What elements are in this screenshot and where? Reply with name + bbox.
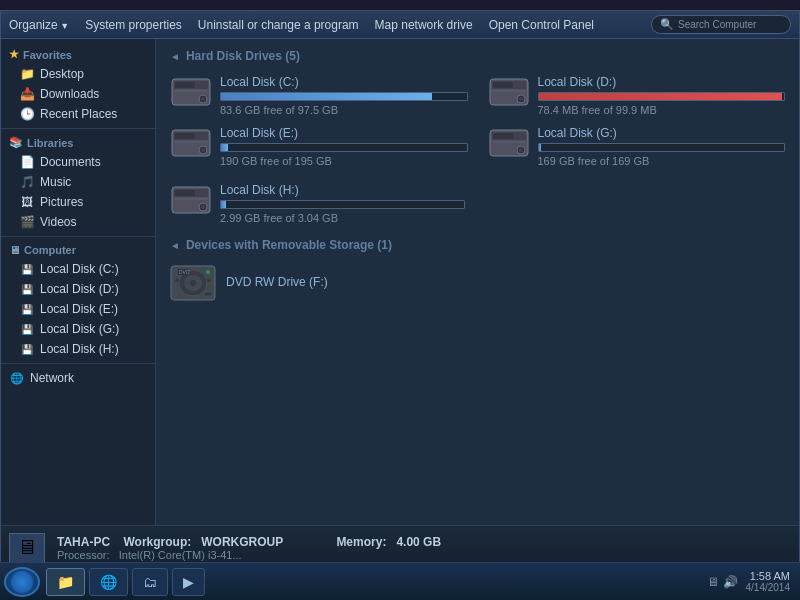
main-area: ★ Favorites 📁 Desktop 📥 Downloads 🕒 Rece… xyxy=(1,39,799,525)
hard-disk-header: Hard Disk Drives (5) xyxy=(170,49,785,63)
drive-h-progress-bg xyxy=(220,200,465,209)
disk-e-icon: 💾 xyxy=(19,302,35,316)
sidebar: ★ Favorites 📁 Desktop 📥 Downloads 🕒 Rece… xyxy=(1,39,156,525)
drive-d-progress-fill xyxy=(539,93,782,100)
removable-section: Devices with Removable Storage (1) xyxy=(170,238,785,302)
svg-point-21 xyxy=(519,148,523,152)
svg-rect-28 xyxy=(175,190,195,196)
speaker-tray-icon: 🔊 xyxy=(723,575,738,589)
drive-d-space: 78.4 MB free of 99.9 MB xyxy=(538,104,786,116)
music-icon: 🎵 xyxy=(19,175,35,189)
organize-button[interactable]: Organize xyxy=(9,18,69,32)
svg-point-37 xyxy=(206,270,210,274)
system-tray: 🖥 🔊 xyxy=(707,575,738,589)
start-button-inner xyxy=(11,571,33,593)
recent-icon: 🕒 xyxy=(19,107,35,121)
sidebar-item-recent-places[interactable]: 🕒 Recent Places xyxy=(1,104,155,124)
toolbar: Organize System properties Uninstall or … xyxy=(1,11,799,39)
drive-h-progress-fill xyxy=(221,201,226,208)
media-taskbar-icon: ▶ xyxy=(183,574,194,590)
svg-text:DVD: DVD xyxy=(179,269,190,275)
sidebar-item-g[interactable]: 💾 Local Disk (G:) xyxy=(1,319,155,339)
drive-g-name: Local Disk (G:) xyxy=(538,126,786,140)
system-properties-button[interactable]: System properties xyxy=(85,18,182,32)
search-icon: 🔍 xyxy=(660,18,674,31)
disk-d-icon: 💾 xyxy=(19,282,35,296)
disk-c-icon: 💾 xyxy=(19,262,35,276)
removable-header: Devices with Removable Storage (1) xyxy=(170,238,785,252)
sidebar-item-network[interactable]: 🌐 Network xyxy=(1,368,155,388)
sidebar-item-desktop[interactable]: 📁 Desktop xyxy=(1,64,155,84)
hdd-g-icon xyxy=(488,126,530,160)
network-icon: 🌐 xyxy=(9,371,25,385)
open-control-panel-button[interactable]: Open Control Panel xyxy=(489,18,594,32)
drive-h[interactable]: Local Disk (H:) 2.99 GB free of 3.04 GB xyxy=(170,183,465,224)
sidebar-item-downloads[interactable]: 📥 Downloads xyxy=(1,84,155,104)
drive-g-info: Local Disk (G:) 169 GB free of 169 GB xyxy=(538,126,786,167)
drive-g-space: 169 GB free of 169 GB xyxy=(538,155,786,167)
content-pane: Hard Disk Drives (5) Local Disk (C:) xyxy=(156,39,799,525)
taskbar-right: 🖥 🔊 1:58 AM 4/14/2014 xyxy=(707,570,797,593)
sidebar-item-c[interactable]: 💾 Local Disk (C:) xyxy=(1,259,155,279)
drive-g[interactable]: Local Disk (G:) 169 GB free of 169 GB xyxy=(488,126,786,167)
dvd-info: DVD RW Drive (F:) xyxy=(226,275,785,292)
star-icon: ★ xyxy=(9,48,19,61)
taskbar-app-explorer[interactable]: 📁 xyxy=(46,568,85,596)
sidebar-item-pictures[interactable]: 🖼 Pictures xyxy=(1,192,155,212)
sidebar-item-e[interactable]: 💾 Local Disk (E:) xyxy=(1,299,155,319)
taskbar-app-folder[interactable]: 🗂 xyxy=(132,568,168,596)
sidebar-item-videos[interactable]: 🎬 Videos xyxy=(1,212,155,232)
uninstall-button[interactable]: Uninstall or change a program xyxy=(198,18,359,32)
drive-d-info: Local Disk (D:) 78.4 MB free of 99.9 MB xyxy=(538,75,786,116)
video-icon: 🎬 xyxy=(19,215,35,229)
explorer-window: Organize System properties Uninstall or … xyxy=(0,10,800,570)
drive-c-progress-bg xyxy=(220,92,468,101)
sidebar-item-documents[interactable]: 📄 Documents xyxy=(1,152,155,172)
drive-c-progress-fill xyxy=(221,93,432,100)
clock-date: 4/14/2014 xyxy=(746,582,791,593)
svg-point-3 xyxy=(201,97,205,101)
taskbar-app-media[interactable]: ▶ xyxy=(172,568,205,596)
dvd-drive[interactable]: DVD DVD RW Drive (F:) xyxy=(170,264,785,302)
taskbar-app-ie[interactable]: 🌐 xyxy=(89,568,128,596)
search-box[interactable]: 🔍 Search Computer xyxy=(651,15,791,34)
libraries-header: 📚 Libraries xyxy=(1,133,155,152)
divider-2 xyxy=(1,236,155,237)
svg-point-9 xyxy=(519,97,523,101)
divider-3 xyxy=(1,363,155,364)
sidebar-item-music[interactable]: 🎵 Music xyxy=(1,172,155,192)
disk-g-icon: 💾 xyxy=(19,322,35,336)
statusbar-pcname: TAHA-PC Workgroup: WORKGROUP Memory: 4.0… xyxy=(57,535,791,549)
doc-icon: 📄 xyxy=(19,155,35,169)
statusbar-workgroup-label: Workgroup: xyxy=(123,535,191,549)
drive-h-info: Local Disk (H:) 2.99 GB free of 3.04 GB xyxy=(220,183,465,224)
svg-rect-10 xyxy=(493,82,513,88)
svg-point-27 xyxy=(201,205,205,209)
favorites-header: ★ Favorites xyxy=(1,45,155,64)
divider-1 xyxy=(1,128,155,129)
drive-c-info: Local Disk (C:) 83.6 GB free of 97.5 GB xyxy=(220,75,468,116)
search-placeholder: Search Computer xyxy=(678,19,756,30)
clock-time: 1:58 AM xyxy=(746,570,791,582)
drive-g-progress-bg xyxy=(538,143,786,152)
sidebar-item-h[interactable]: 💾 Local Disk (H:) xyxy=(1,339,155,359)
start-button[interactable] xyxy=(4,567,40,597)
svg-rect-38 xyxy=(204,292,212,296)
map-network-button[interactable]: Map network drive xyxy=(375,18,473,32)
download-folder-icon: 📥 xyxy=(19,87,35,101)
statusbar-info: TAHA-PC Workgroup: WORKGROUP Memory: 4.0… xyxy=(57,535,791,561)
dvd-icon: DVD xyxy=(170,264,216,302)
drive-c-space: 83.6 GB free of 97.5 GB xyxy=(220,104,468,116)
svg-rect-4 xyxy=(175,82,195,88)
clock: 1:58 AM 4/14/2014 xyxy=(746,570,791,593)
drive-e[interactable]: Local Disk (E:) 190 GB free of 195 GB xyxy=(170,126,468,167)
drive-d[interactable]: Local Disk (D:) 78.4 MB free of 99.9 MB xyxy=(488,75,786,116)
drive-e-progress-fill xyxy=(221,144,228,151)
hdd-d-icon xyxy=(488,75,530,109)
network-tray-icon: 🖥 xyxy=(707,575,719,589)
svg-rect-22 xyxy=(493,133,513,139)
svg-point-34 xyxy=(190,280,196,286)
drive-c[interactable]: Local Disk (C:) 83.6 GB free of 97.5 GB xyxy=(170,75,468,116)
sidebar-item-d[interactable]: 💾 Local Disk (D:) xyxy=(1,279,155,299)
drive-d-progress-bg xyxy=(538,92,786,101)
